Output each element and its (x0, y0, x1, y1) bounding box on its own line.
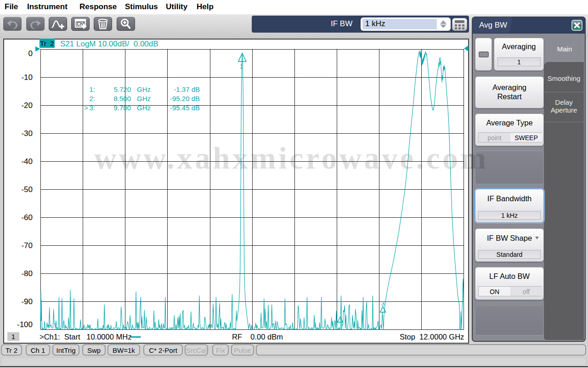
svg-text:1: 1 (240, 63, 243, 70)
svg-text:3: 3 (381, 300, 385, 307)
